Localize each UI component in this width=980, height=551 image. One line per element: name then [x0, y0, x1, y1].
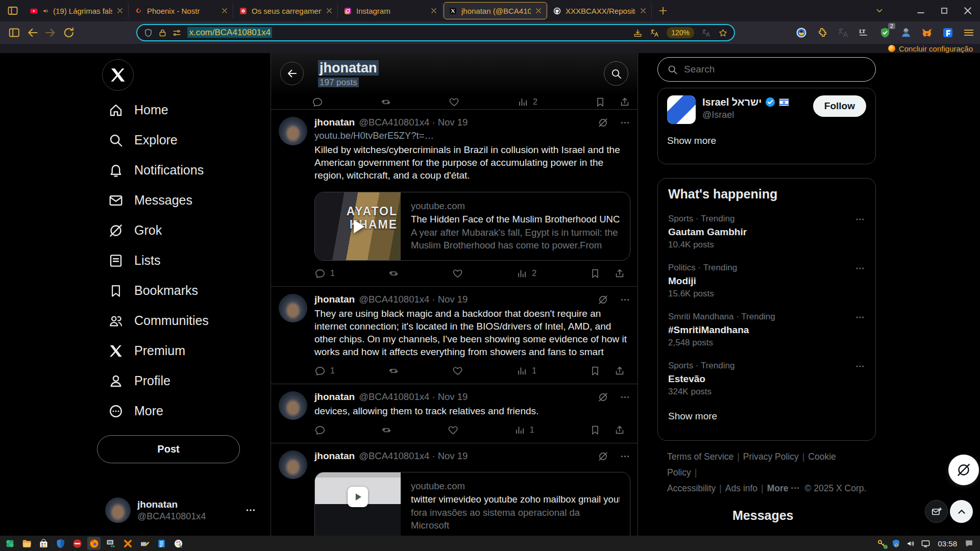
- sidebar-item-notifications[interactable]: Notifications: [95, 155, 271, 185]
- shield-warning-tray-icon[interactable]: [891, 539, 901, 548]
- share-button[interactable]: [614, 424, 625, 436]
- post-button[interactable]: Post: [97, 435, 240, 463]
- permissions-icon[interactable]: [172, 28, 182, 38]
- reload-button[interactable]: [62, 26, 76, 39]
- tab-close-icon[interactable]: [430, 7, 437, 14]
- device-editor-icon[interactable]: [138, 537, 151, 550]
- back-button[interactable]: [26, 26, 39, 39]
- new-message-button[interactable]: [925, 500, 948, 523]
- footer-link[interactable]: Terms of Service: [667, 452, 733, 462]
- notifications-tray-icon[interactable]: [964, 539, 974, 548]
- languagetool-icon[interactable]: LT: [858, 27, 870, 39]
- like-button[interactable]: [448, 424, 459, 436]
- network-tray-icon[interactable]: [921, 539, 930, 548]
- show-more-link[interactable]: Show more: [668, 411, 717, 422]
- grok-actions-icon[interactable]: [598, 117, 608, 128]
- account-switcher[interactable]: jhonatan @BCA410801x4: [98, 497, 266, 523]
- post-meta[interactable]: @BCA410801x4 · Nov 19: [359, 450, 468, 462]
- post-meta[interactable]: @BCA410801x4 · Nov 19: [359, 117, 468, 128]
- grok-fab-button[interactable]: [948, 455, 979, 485]
- search-input[interactable]: [684, 64, 866, 75]
- views-button[interactable]: 1: [516, 365, 536, 377]
- link-card[interactable]: youtube.com twitter vimevideo youtube zo…: [314, 472, 630, 536]
- post-meta[interactable]: @BCA410801x4 · Nov 19: [359, 391, 468, 403]
- follow-handle[interactable]: @Israel: [702, 110, 789, 120]
- avatar[interactable]: [279, 450, 307, 479]
- tab-x-active[interactable]: jhonatan (@BCA410801x4) / X: [444, 2, 547, 19]
- post-author[interactable]: jhonatan: [314, 294, 355, 305]
- sidebar-item-premium[interactable]: Premium: [95, 336, 271, 366]
- grok-actions-icon[interactable]: [598, 294, 608, 305]
- x-home-logo[interactable]: [102, 59, 134, 91]
- post-link[interactable]: youtu.be/H0tvBerE5ZY?t=…: [314, 130, 630, 141]
- sidebar-item-more[interactable]: More: [95, 396, 271, 426]
- f-extension-icon[interactable]: [942, 27, 954, 39]
- tracking-protection-shield-icon[interactable]: [143, 28, 153, 38]
- tab-downloads[interactable]: Os seus carregamentos: [234, 2, 338, 19]
- adblock-shield-icon[interactable]: 2: [879, 27, 891, 39]
- back-button[interactable]: [280, 62, 304, 85]
- profile-search-button[interactable]: [604, 61, 628, 86]
- sidebar-item-lists[interactable]: Lists: [95, 245, 271, 276]
- firefox-view-icon[interactable]: [5, 4, 20, 17]
- window-close-button[interactable]: [963, 6, 973, 16]
- sidebar-toggle-icon[interactable]: [8, 26, 21, 39]
- lock-icon[interactable]: [158, 28, 167, 38]
- trend-item[interactable]: Sports · Trending Gautam Gambhir 10.4K p…: [668, 213, 865, 251]
- trend-more-icon[interactable]: [855, 214, 865, 224]
- url-value[interactable]: x.com/BCA410801x4: [187, 28, 272, 38]
- like-button[interactable]: [449, 96, 460, 108]
- footer-link[interactable]: Privacy Policy: [743, 452, 799, 462]
- remote-desktop-icon[interactable]: [104, 537, 117, 550]
- follow-name[interactable]: Israel ישראל: [702, 95, 762, 109]
- page-translate-dark-icon[interactable]: [701, 28, 711, 38]
- play-icon[interactable]: [348, 487, 368, 507]
- tab-close-icon[interactable]: [116, 7, 124, 14]
- avatar[interactable]: [279, 294, 307, 322]
- post-author[interactable]: jhonatan: [314, 117, 355, 128]
- expand-messages-button[interactable]: [950, 500, 973, 523]
- repost-button[interactable]: [380, 96, 391, 108]
- like-button[interactable]: [452, 365, 463, 377]
- setup-notice-link[interactable]: Concluir configuração: [899, 44, 973, 53]
- messages-drawer-title[interactable]: Messages: [732, 508, 794, 523]
- post-more-icon[interactable]: [620, 117, 630, 128]
- new-tab-button[interactable]: [655, 3, 671, 18]
- window-minimize-button[interactable]: [916, 6, 926, 16]
- post-more-icon[interactable]: [620, 451, 630, 462]
- sidebar-item-communities[interactable]: Communities: [95, 306, 271, 336]
- grok-actions-icon[interactable]: [598, 451, 608, 462]
- firefox-taskbar-icon[interactable]: [87, 537, 101, 550]
- views-button[interactable]: 2: [516, 268, 536, 279]
- reply-button[interactable]: [312, 96, 323, 108]
- link-card[interactable]: AYATOLKHAME youtube.com The Hidden Face …: [314, 192, 630, 261]
- avatar[interactable]: [279, 117, 307, 145]
- views-button[interactable]: 2: [517, 96, 537, 108]
- trend-item[interactable]: Politics · Trending Modiji 15.6K posts: [668, 262, 865, 299]
- show-more-link[interactable]: Show more: [667, 135, 716, 146]
- account-more-icon[interactable]: [245, 505, 256, 516]
- list-all-tabs-icon[interactable]: [875, 6, 884, 15]
- avatar[interactable]: [279, 391, 307, 420]
- play-icon[interactable]: [347, 216, 369, 237]
- privacy-persona-icon[interactable]: [900, 27, 912, 39]
- bookmark-star-icon[interactable]: [718, 28, 728, 38]
- views-button[interactable]: 1: [514, 424, 534, 436]
- reply-button[interactable]: [314, 424, 326, 436]
- reply-button[interactable]: 1: [314, 365, 335, 377]
- sidebar-item-explore[interactable]: Explore: [95, 125, 271, 155]
- trend-more-icon[interactable]: [855, 312, 865, 322]
- start-clover-icon[interactable]: [3, 537, 16, 550]
- sidebar-item-grok[interactable]: Grok: [95, 215, 271, 245]
- store-icon[interactable]: [37, 537, 50, 550]
- tab-close-icon[interactable]: [326, 7, 333, 14]
- window-maximize-button[interactable]: [939, 6, 949, 16]
- address-bar[interactable]: x.com/BCA410801x4 120%: [136, 24, 735, 41]
- post-author[interactable]: jhonatan: [314, 450, 355, 462]
- sidebar-item-messages[interactable]: Messages: [95, 185, 271, 215]
- trend-more-icon[interactable]: [855, 263, 865, 273]
- repost-button[interactable]: [388, 365, 399, 377]
- share-button[interactable]: [614, 365, 625, 377]
- repost-button[interactable]: [381, 424, 392, 436]
- sidebar-item-bookmarks[interactable]: Bookmarks: [95, 276, 271, 306]
